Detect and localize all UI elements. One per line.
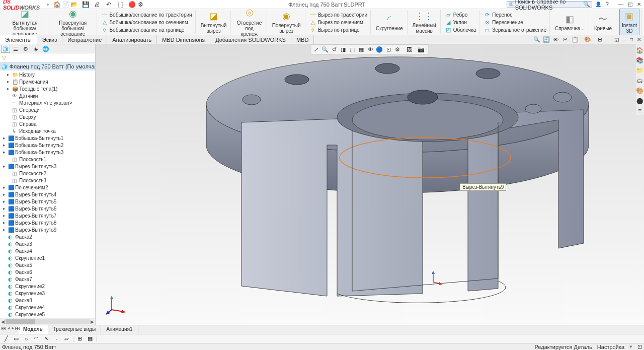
mirror-button[interactable]: ⧦Зеркальное отражение — [482, 26, 547, 33]
tree-item[interactable]: ▸🟦Вырез-Вытянуть3 — [0, 163, 95, 170]
tab-mbd-dimensions[interactable]: MBD Dimensions — [157, 35, 210, 44]
display-manager-tab-icon[interactable]: 🌐 — [41, 45, 50, 53]
select-icon[interactable]: ⬚ — [117, 1, 124, 8]
feature-panel-scrollbar[interactable]: ◀ ▶ — [0, 318, 95, 325]
heads-up-zoom-icon[interactable]: 🔍 — [533, 36, 541, 44]
swept-cut-button[interactable]: 〰Вырез по траектории — [308, 11, 368, 18]
heads-up-rotate-icon[interactable]: 🔄 — [542, 36, 550, 44]
3d-part-model[interactable] — [186, 49, 599, 311]
configuration-tab-icon[interactable]: ⚙ — [21, 45, 30, 53]
tree-item[interactable]: ▸🟦Вырез-Вытянуть8 — [0, 219, 95, 226]
tree-item[interactable]: ▸📦Твердые тела(1) — [0, 85, 95, 92]
tree-item[interactable]: ▸🟦Бобышка-Вытянуть1 — [0, 134, 95, 142]
tree-item[interactable]: ◫Плоскость1 — [0, 156, 95, 163]
tree-item[interactable]: ◐Скругление4 — [0, 304, 95, 311]
tree-item[interactable]: ◐Фаска2 — [0, 233, 95, 240]
child-restore-icon[interactable]: ◱ — [613, 37, 619, 43]
heads-up-appearance-icon[interactable]: 🎨 — [584, 36, 592, 44]
taskpane-home-icon[interactable]: 🏠 — [636, 46, 644, 54]
tree-item[interactable]: ◐Фаска4 — [0, 247, 95, 254]
tree-item[interactable]: ◫Справа — [0, 120, 95, 127]
tab-features[interactable]: Элементы — [0, 35, 37, 44]
tree-item[interactable]: ◐Фаска3 — [0, 240, 95, 247]
tree-item[interactable]: ▸🟦Вырез-Вытянуть7 — [0, 212, 95, 219]
status-extra-icon[interactable]: ⊡ — [637, 343, 642, 350]
child-minimize-icon[interactable]: — — [621, 37, 627, 43]
lofted-boss-button[interactable]: △Бобышка/основание по сечениям — [100, 19, 189, 26]
tab-solidworks-addins[interactable]: Добавления SOLIDWORKS — [210, 35, 291, 44]
taskpane-view-palette-icon[interactable]: 🎨 — [636, 87, 644, 95]
tree-item[interactable]: ◫Плоскость3 — [0, 177, 95, 184]
extruded-boss-button[interactable]: ◪Вытянутая бобышка/основание — [4, 7, 46, 38]
tree-item[interactable]: ▸🟦Вырез-Вытянуть5 — [0, 198, 95, 205]
tab-repair[interactable]: Исправление — [62, 35, 107, 44]
tree-item[interactable]: ≡Материал <не указан> — [0, 99, 95, 106]
tree-item[interactable]: ◐Фаска5 — [0, 261, 95, 268]
tree-item[interactable]: ◐Фаска8 — [0, 297, 95, 304]
linear-pattern-button[interactable]: ⋮⋮Линейный массив — [411, 9, 438, 35]
spline-tool-icon[interactable]: ∿ — [42, 335, 50, 343]
taskpane-file-explorer-icon[interactable]: 🗂 — [636, 77, 644, 85]
child-close-icon[interactable]: ✕ — [636, 37, 642, 43]
animation-tab[interactable]: Анимация1 — [101, 325, 138, 334]
heads-up-display-icon[interactable]: 👁 — [552, 36, 560, 44]
tree-item[interactable]: ◫Сверху — [0, 113, 95, 120]
shell-button[interactable]: ◰Оболочка — [444, 26, 477, 33]
tree-item[interactable]: ◐Скругление2 — [0, 283, 95, 290]
property-manager-tab-icon[interactable]: ☰ — [11, 45, 20, 53]
circle-tool-icon[interactable]: ○ — [22, 335, 30, 343]
tree-item[interactable]: ▸🟦Вырез-Вытянуть4 — [0, 191, 95, 198]
taskpane-resources-icon[interactable]: 📚 — [636, 56, 644, 64]
tree-item[interactable]: ▸🟦Бобышка-Вытянуть2 — [0, 142, 95, 149]
status-custom[interactable]: Настройка — [597, 344, 624, 350]
feature-tree-tab-icon[interactable]: 🧊 — [1, 45, 10, 53]
instant-3d-button[interactable]: ▣Instant 3D — [619, 9, 639, 35]
tree-item[interactable]: 👁Датчики — [0, 92, 95, 99]
help-icon[interactable]: ? — [604, 2, 610, 8]
heads-up-settings-icon[interactable]: ⊞ — [596, 36, 604, 44]
filter-icon[interactable]: ▽ — [2, 54, 6, 61]
taskpane-custom-icon[interactable]: ≡ — [636, 107, 644, 115]
undo-icon[interactable]: ↶ — [105, 1, 112, 8]
fillet-button[interactable]: ◜Скругление — [374, 12, 405, 32]
view-triad-icon[interactable] — [106, 295, 126, 315]
hole-wizard-button[interactable]: ⦾Отверстие под крепеж — [234, 7, 264, 38]
draft-button[interactable]: ◢Уклон — [444, 19, 468, 26]
lofted-cut-button[interactable]: △Вырез по сечениям — [308, 19, 364, 26]
print-icon[interactable]: 🖨 — [94, 1, 101, 8]
rib-button[interactable]: ▱Ребро — [444, 11, 469, 18]
feature-tree-root[interactable]: 🧊 Фланец под 750 Ватт (По умолчанию<<По … — [0, 62, 95, 71]
rebuild-icon[interactable]: 🔴 — [128, 1, 135, 8]
search-icon[interactable]: 🔍 — [583, 1, 590, 8]
minimize-button[interactable]: — — [618, 2, 624, 8]
heads-up-section-icon[interactable]: ✂ — [561, 36, 570, 44]
taskpane-design-library-icon[interactable]: 📁 — [636, 66, 644, 75]
child-maximize-icon[interactable]: □ — [628, 37, 634, 43]
reference-geometry-button[interactable]: ◧Справочна... — [553, 12, 587, 32]
point-tool-icon[interactable]: · — [52, 335, 60, 343]
plane-tool-icon[interactable]: ▱ — [62, 335, 70, 343]
3d-views-tab[interactable]: Трехмерные виды — [48, 325, 101, 334]
intersect-button[interactable]: ⊗Пересечение — [482, 19, 524, 26]
maximize-button[interactable]: ◱ — [627, 2, 633, 8]
line-tool-icon[interactable]: ╱ — [2, 335, 10, 343]
dimxpert-tab-icon[interactable]: ◈ — [31, 45, 40, 53]
tree-item[interactable]: ◐Фаска6 — [0, 268, 95, 275]
tree-item[interactable]: ▸📋Примечания — [0, 78, 95, 85]
tab-evaluate[interactable]: Анализировать — [107, 35, 157, 44]
tree-item[interactable]: ◐Скругление1 — [0, 254, 95, 261]
extruded-cut-button[interactable]: ◪Вытянутый вырез — [199, 9, 229, 35]
corner-rect-icon[interactable]: ▭ — [12, 335, 20, 343]
user-icon[interactable]: 👤 — [595, 2, 601, 8]
tree-item[interactable]: ▸🟦Бобышка-Вытянуть3 — [0, 149, 95, 156]
tab-mbd[interactable]: MBD — [291, 35, 314, 44]
wrap-button[interactable]: ⟳Перенос — [482, 11, 513, 18]
model-tab[interactable]: Модель — [18, 325, 48, 334]
grid-icon[interactable]: ⊞ — [76, 335, 84, 343]
swept-boss-button[interactable]: 〰Бобышка/основание по траектории — [100, 11, 193, 18]
tree-item[interactable]: ↳Исходная точка — [0, 127, 95, 134]
grid2-icon[interactable]: ▦ — [86, 335, 94, 343]
tree-item[interactable]: ◫Плоскость2 — [0, 170, 95, 177]
curves-button[interactable]: 〜Кривые — [592, 12, 614, 32]
revolved-cut-button[interactable]: ◉Повернутый вырез — [270, 9, 303, 35]
